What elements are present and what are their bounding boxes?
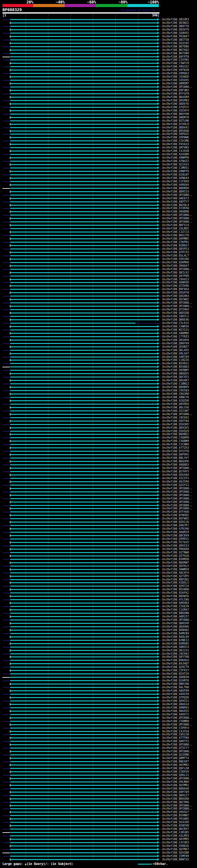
hit-label[interactable]: UniRef100_Q7ZXK4: [162, 308, 189, 311]
alignment-bar[interactable]: [10, 164, 157, 165]
alignment-bar[interactable]: [10, 464, 157, 465]
alignment-bar[interactable]: [10, 299, 157, 300]
alignment-bar[interactable]: [10, 174, 157, 175]
alignment-bar[interactable]: [10, 518, 157, 519]
hit-label[interactable]: UniRef100_B2B837: [162, 244, 189, 247]
alignment-bar[interactable]: [10, 114, 157, 115]
alignment-bar[interactable]: [10, 134, 157, 134]
hit-label[interactable]: UniRef100_C5DNR0: [162, 720, 189, 723]
hit-label[interactable]: UniRef100_Q801H9: [162, 622, 189, 625]
hit-label[interactable]: UniRef100_B9W733: [162, 858, 189, 861]
hit-label[interactable]: UniRef100_A9PGG5: [162, 132, 189, 136]
alignment-bar[interactable]: [10, 741, 157, 742]
hit-label[interactable]: UniRef100_B3RMZ0: [162, 558, 189, 561]
alignment-bar[interactable]: [10, 404, 157, 405]
alignment-bar[interactable]: [10, 656, 157, 657]
alignment-bar[interactable]: [10, 485, 157, 486]
hit-label[interactable]: UniRef100_Q08770: [162, 25, 189, 28]
hit-label[interactable]: UniRef100_UPI000..: [162, 466, 192, 470]
alignment-bar[interactable]: [10, 498, 157, 499]
hit-label[interactable]: UniRef100_B6K648: [162, 787, 189, 790]
hit-label[interactable]: UniRef100_A6R237: [162, 615, 189, 618]
hit-label[interactable]: UniRef100_Q7S7F0: [162, 450, 189, 453]
alignment-bar[interactable]: [10, 410, 157, 411]
alignment-bar[interactable]: [10, 366, 157, 367]
alignment-bar[interactable]: [10, 377, 157, 377]
alignment-bar[interactable]: [10, 302, 157, 303]
hit-label[interactable]: UniRef100_A1DGL5: [162, 581, 189, 584]
alignment-bar[interactable]: [10, 363, 157, 364]
hit-label[interactable]: UniRef100_O22431: [162, 163, 189, 166]
alignment-bar[interactable]: [10, 684, 157, 684]
hit-label[interactable]: UniRef100_UPI000..: [162, 743, 192, 746]
hit-label[interactable]: UniRef100_Q6DV42: [162, 126, 189, 129]
alignment-bar[interactable]: [10, 235, 157, 236]
alignment-bar[interactable]: [10, 424, 157, 425]
hit-label[interactable]: UniRef100_B5X6D3: [162, 365, 189, 369]
hit-label[interactable]: UniRef100_A6QRI9: [162, 530, 189, 534]
alignment-bar[interactable]: [10, 370, 157, 371]
hit-label[interactable]: UniRef100_A8E673: [162, 197, 189, 200]
hit-label[interactable]: UniRef100_Q7R7Z3: [162, 251, 189, 254]
alignment-bar[interactable]: [10, 616, 157, 617]
hit-label[interactable]: UniRef100_Q4GXK4: [162, 294, 189, 298]
alignment-bar[interactable]: [10, 711, 157, 712]
alignment-bar[interactable]: [10, 579, 157, 580]
hit-label[interactable]: UniRef100_Q6CRX7: [162, 827, 189, 831]
hit-label[interactable]: UniRef100_B3NEI2: [162, 639, 189, 642]
alignment-bar[interactable]: [10, 754, 157, 755]
alignment-bar[interactable]: [10, 522, 157, 523]
alignment-bar[interactable]: [10, 167, 157, 168]
alignment-bar[interactable]: [10, 765, 157, 766]
hit-label[interactable]: UniRef100_Q9P769: [162, 790, 189, 794]
alignment-bar[interactable]: [10, 427, 157, 428]
hit-label[interactable]: UniRef100_B0XRW7: [162, 561, 189, 564]
alignment-bar[interactable]: [10, 849, 157, 850]
hit-label[interactable]: UniRef100_A6SAH4: [162, 338, 189, 342]
hit-label[interactable]: UniRef100_B3LAL7: [162, 254, 189, 257]
hit-label[interactable]: UniRef100_Q96L21: [162, 773, 189, 777]
alignment-bar[interactable]: [10, 127, 157, 128]
alignment-bar[interactable]: [10, 825, 157, 826]
alignment-bar[interactable]: [10, 495, 157, 496]
hit-label[interactable]: UniRef100_UPI000..: [162, 301, 192, 305]
hit-label[interactable]: UniRef100_C6SVF4: [162, 109, 189, 113]
alignment-bar[interactable]: [10, 171, 157, 172]
alignment-bar[interactable]: [10, 218, 157, 219]
alignment-bar[interactable]: [10, 727, 157, 728]
hit-label[interactable]: UniRef100_B6UGR9: [162, 95, 189, 99]
alignment-bar[interactable]: [10, 663, 157, 664]
hit-label[interactable]: UniRef100_A8NCY6: [162, 396, 189, 399]
alignment-bar[interactable]: [10, 549, 157, 550]
alignment-bar[interactable]: [10, 383, 157, 384]
alignment-bar[interactable]: [10, 687, 157, 688]
alignment-bar[interactable]: [10, 555, 157, 556]
hit-label[interactable]: UniRef100_Q09127: [162, 794, 189, 797]
alignment-bar[interactable]: [10, 805, 157, 806]
hit-label[interactable]: UniRef100_UPI000..: [162, 777, 192, 780]
alignment-bar[interactable]: [10, 785, 157, 786]
alignment-bar[interactable]: [10, 211, 157, 212]
alignment-bar[interactable]: [10, 309, 157, 310]
hit-label[interactable]: UniRef100_Q4N644: [162, 177, 189, 180]
hit-label[interactable]: UniRef100_B3TLM0: [162, 119, 189, 123]
hit-label[interactable]: UniRef100_C4WRI6: [162, 325, 189, 328]
alignment-bar[interactable]: [10, 461, 157, 462]
alignment-bar[interactable]: [10, 576, 157, 577]
hit-label[interactable]: UniRef100_Q4GXK7: [162, 379, 189, 382]
hit-label[interactable]: UniRef100_C8CH42: [162, 416, 189, 420]
alignment-bar[interactable]: [10, 221, 157, 222]
alignment-bar[interactable]: [10, 292, 157, 293]
alignment-bar[interactable]: [10, 356, 157, 358]
alignment-bar[interactable]: [10, 454, 157, 455]
hit-label[interactable]: UniRef100_B3MX05: [162, 642, 189, 645]
alignment-bar[interactable]: [10, 110, 157, 111]
hit-label[interactable]: UniRef100_Q86QS5: [162, 372, 189, 375]
hit-label[interactable]: UniRef100_A3LR93: [162, 834, 189, 838]
alignment-bar[interactable]: [10, 326, 157, 327]
hit-label[interactable]: UniRef100_C5L9J2: [162, 321, 189, 325]
alignment-bar[interactable]: [10, 474, 157, 475]
alignment-bar[interactable]: [10, 23, 157, 23]
alignment-bar[interactable]: [10, 620, 157, 620]
hit-label[interactable]: UniRef100_B4JHQ7: [162, 662, 189, 665]
